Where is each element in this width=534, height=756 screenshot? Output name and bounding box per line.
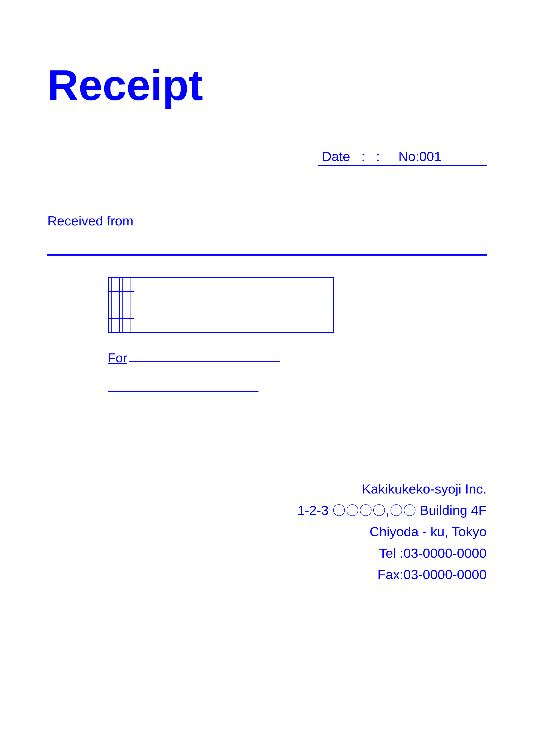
amount-cell xyxy=(109,305,112,319)
amount-cell xyxy=(128,278,131,292)
amount-cell xyxy=(109,319,112,332)
amount-cell xyxy=(109,292,112,305)
amount-cell xyxy=(112,278,114,292)
company-name: Kakikukeko-syoji Inc. xyxy=(362,478,487,500)
date-no-container: Date : : No:001 xyxy=(318,149,487,166)
amount-cell xyxy=(120,278,123,292)
amount-cell xyxy=(125,319,128,332)
amount-cell xyxy=(117,292,120,305)
amount-cell xyxy=(131,278,134,292)
amount-cell xyxy=(112,305,114,319)
amount-cell xyxy=(131,319,134,332)
amount-cell xyxy=(120,319,123,332)
amount-cell xyxy=(109,278,112,292)
amount-cell xyxy=(131,305,134,319)
amount-cell xyxy=(117,319,120,332)
amount-cell xyxy=(123,292,125,305)
amount-cell xyxy=(117,305,120,319)
page: Receipt Date : : No:001 Received from xyxy=(0,0,534,756)
company-address1: 1-2-3 〇〇〇〇,〇〇 Building 4F xyxy=(297,500,487,521)
amount-cell xyxy=(114,319,117,332)
section-divider xyxy=(47,254,487,256)
company-tel: Tel :03-0000-0000 xyxy=(379,542,487,564)
amount-section: For xyxy=(47,277,487,435)
date-colon1: : xyxy=(361,149,365,164)
amount-cell xyxy=(128,319,131,332)
amount-cell xyxy=(120,305,123,319)
no-label: No:001 xyxy=(398,149,442,164)
amount-cell xyxy=(114,292,117,305)
amount-cell xyxy=(131,292,134,305)
amount-cell xyxy=(125,278,128,292)
amount-cell xyxy=(112,319,114,332)
date-sep1 xyxy=(354,149,361,164)
page-title: Receipt xyxy=(47,60,487,110)
amount-cell xyxy=(114,305,117,319)
received-from-section: Received from xyxy=(47,213,487,229)
date-no-row: Date : : No:001 xyxy=(47,149,487,166)
company-info: Kakikukeko-syoji Inc. 1-2-3 〇〇〇〇,〇〇 Buil… xyxy=(47,478,487,585)
amount-cell xyxy=(114,278,117,292)
amount-cell xyxy=(123,319,125,332)
received-from-label: Received from xyxy=(47,213,487,229)
company-address2: Chiyoda - ku, Tokyo xyxy=(369,521,487,542)
date-colon2: : xyxy=(376,149,380,164)
company-fax: Fax:03-0000-0000 xyxy=(377,564,487,585)
amount-cell xyxy=(112,292,114,305)
amount-cell xyxy=(120,292,123,305)
amount-cell xyxy=(128,305,131,319)
amount-cell xyxy=(123,278,125,292)
no-spacer xyxy=(445,149,482,164)
for-line: For xyxy=(108,350,280,365)
amount-box-inner xyxy=(109,278,134,332)
date-label: Date xyxy=(322,149,350,164)
date-no-field: Date : : No:001 xyxy=(318,149,487,166)
amount-box xyxy=(108,277,334,333)
address1-text: 1-2-3 〇〇〇〇,〇〇 Building 4F xyxy=(297,503,487,518)
date-sep3 xyxy=(384,149,395,164)
amount-cell xyxy=(117,278,120,292)
amount-cell xyxy=(125,305,128,319)
amount-cell xyxy=(125,292,128,305)
date-sep2 xyxy=(369,149,376,164)
amount-cell xyxy=(128,292,131,305)
for-underline-field xyxy=(129,358,280,362)
amount-cell xyxy=(123,305,125,319)
extra-underline xyxy=(108,391,259,392)
for-label: For xyxy=(108,350,127,365)
